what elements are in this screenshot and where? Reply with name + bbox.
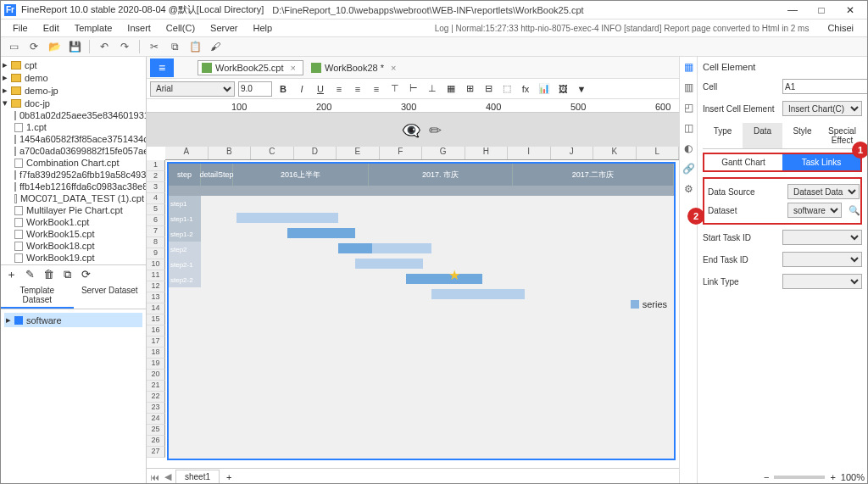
row-headers[interactable]: 1234567891011121314151617181920212223242… (147, 160, 165, 458)
tab-server-dataset[interactable]: Server Dataset (74, 283, 147, 309)
user-label[interactable]: Chisei (819, 23, 862, 33)
datasource-select[interactable]: Dataset Data (787, 184, 860, 199)
menu-edit[interactable]: Edit (36, 21, 66, 35)
close-tab-icon[interactable]: × (387, 63, 399, 73)
file-icon (14, 135, 16, 144)
font-family-select[interactable]: Arial (150, 81, 235, 97)
close-tab-icon[interactable]: × (287, 63, 299, 73)
visibility-icon[interactable]: 👁‍🗨 (402, 121, 420, 140)
link-type-select[interactable] (782, 274, 862, 289)
start-task-select[interactable] (782, 230, 862, 245)
tab-template-dataset[interactable]: Template Dataset (1, 283, 74, 309)
edit-icon[interactable]: ✏ (429, 121, 442, 140)
subtab-gantt[interactable]: Gantt Chart (704, 154, 782, 170)
refresh-icon[interactable]: ⟳ (26, 39, 42, 54)
font-size-input[interactable] (238, 81, 272, 97)
horizontal-ruler: 100 200 300 400 500 600 (147, 99, 679, 113)
file-tree[interactable]: ▸cpt ▸demo ▸demo-jp ▾doc-jp 0b81a02d25ae… (1, 57, 146, 264)
report-mode-icon[interactable]: ≡ (150, 58, 174, 77)
subtab-task-links[interactable]: Task Links (782, 154, 860, 170)
end-task-select[interactable] (782, 252, 862, 267)
annotation-badge-2: 2 (687, 208, 704, 225)
align-center-icon[interactable]: ≡ (350, 81, 365, 97)
milestone-star-icon: ★ (448, 267, 460, 283)
redo-icon[interactable]: ↷ (117, 39, 132, 54)
undo-icon[interactable]: ↶ (97, 39, 112, 54)
tab-style[interactable]: Style (782, 123, 822, 148)
bold-icon[interactable]: B (275, 81, 291, 97)
gantt-bar (355, 259, 423, 269)
header-area: 👁‍🗨 ✏ (147, 113, 679, 147)
dataset-item[interactable]: ▸ software (4, 313, 142, 327)
chart-icon[interactable]: 📊 (537, 81, 552, 97)
tab-data[interactable]: Data (743, 123, 782, 148)
float-icon[interactable]: ⬚ (499, 81, 515, 97)
workbook-tab-2[interactable]: WorkBook28 * × (307, 60, 404, 75)
widget-panel-icon[interactable]: ◫ (682, 121, 695, 135)
new-icon[interactable]: ▭ (6, 39, 21, 54)
format-icon[interactable]: 🖌 (208, 39, 223, 54)
sheet-nav-prev[interactable]: ◀ (162, 471, 174, 482)
datasource-label: Data Source (708, 187, 784, 197)
menu-template[interactable]: Template (68, 21, 120, 35)
maximize-button[interactable]: □ (808, 3, 835, 18)
cell-attr-panel-icon[interactable]: ▥ (682, 81, 695, 94)
cell-element-panel-icon[interactable]: ▦ (682, 60, 695, 74)
valign-mid-icon[interactable]: ⊢ (406, 81, 421, 97)
float-panel-icon[interactable]: ◰ (682, 101, 695, 114)
search-icon[interactable]: 🔍 (845, 205, 864, 216)
delete-dataset-icon[interactable]: 🗑 (42, 268, 55, 281)
workbook-icon (311, 63, 321, 73)
menu-help[interactable]: Help (247, 21, 280, 35)
align-left-icon[interactable]: ≡ (331, 81, 347, 97)
refresh-dataset-icon[interactable]: ⟳ (79, 268, 92, 281)
file-icon (14, 159, 23, 168)
menu-server[interactable]: Server (203, 21, 244, 35)
dataset-select[interactable]: software (787, 203, 842, 218)
app-logo-icon: Fr (4, 4, 16, 16)
edit-dataset-icon[interactable]: ✎ (23, 268, 36, 281)
image-icon[interactable]: 🖼 (555, 81, 570, 97)
merge-icon[interactable]: ⊞ (462, 81, 477, 97)
menu-cell[interactable]: Cell(C) (159, 21, 202, 35)
cut-icon[interactable]: ✂ (147, 39, 162, 54)
column-headers[interactable]: ABCDEFGHIJKL (165, 147, 679, 160)
file-icon (14, 170, 16, 180)
filter-icon[interactable]: ▼ (574, 81, 589, 97)
menu-insert[interactable]: Insert (120, 21, 158, 35)
add-dataset-icon[interactable]: ＋ (4, 268, 18, 281)
copy-icon[interactable]: ⧉ (167, 39, 182, 54)
insert-label: Insert Cell Element (703, 104, 779, 114)
tab-type[interactable]: Type (703, 123, 743, 148)
cell-input[interactable] (782, 79, 868, 94)
gantt-bar (338, 243, 372, 253)
copy-dataset-icon[interactable]: ⧉ (60, 268, 74, 281)
menu-file[interactable]: File (6, 21, 35, 35)
sheet-nav-first[interactable]: ⏮ (148, 472, 160, 482)
valign-top-icon[interactable]: ⊤ (387, 81, 403, 97)
underline-icon[interactable]: U (313, 81, 328, 97)
gantt-chart[interactable]: step detailStep 2016上半年 2017. 市庆 2017.二市… (167, 162, 676, 460)
auth-panel-icon[interactable]: ⚙ (682, 182, 695, 196)
dataset-label: Dataset (708, 206, 784, 215)
sheet-tab[interactable]: sheet1 (175, 470, 220, 484)
split-icon[interactable]: ⊟ (481, 81, 496, 97)
add-sheet-button[interactable]: + (221, 470, 236, 484)
formula-icon[interactable]: fx (518, 81, 533, 97)
condition-panel-icon[interactable]: ◐ (682, 142, 695, 155)
workbook-tab-1[interactable]: WorkBook25.cpt × (198, 60, 303, 75)
workbook-icon (202, 63, 212, 73)
file-icon (14, 206, 23, 215)
paste-icon[interactable]: 📋 (187, 39, 203, 54)
italic-icon[interactable]: I (294, 81, 309, 97)
open-icon[interactable]: 📂 (47, 39, 62, 54)
valign-bot-icon[interactable]: ⊥ (425, 81, 440, 97)
folder-icon (11, 61, 21, 70)
align-right-icon[interactable]: ≡ (369, 81, 384, 97)
insert-select[interactable]: Insert Chart(C) (782, 101, 862, 116)
close-button[interactable]: ✕ (837, 3, 864, 18)
link-panel-icon[interactable]: 🔗 (682, 162, 695, 175)
border-icon[interactable]: ▦ (443, 81, 459, 97)
save-icon[interactable]: 💾 (67, 39, 82, 54)
minimize-button[interactable]: — (779, 3, 806, 18)
